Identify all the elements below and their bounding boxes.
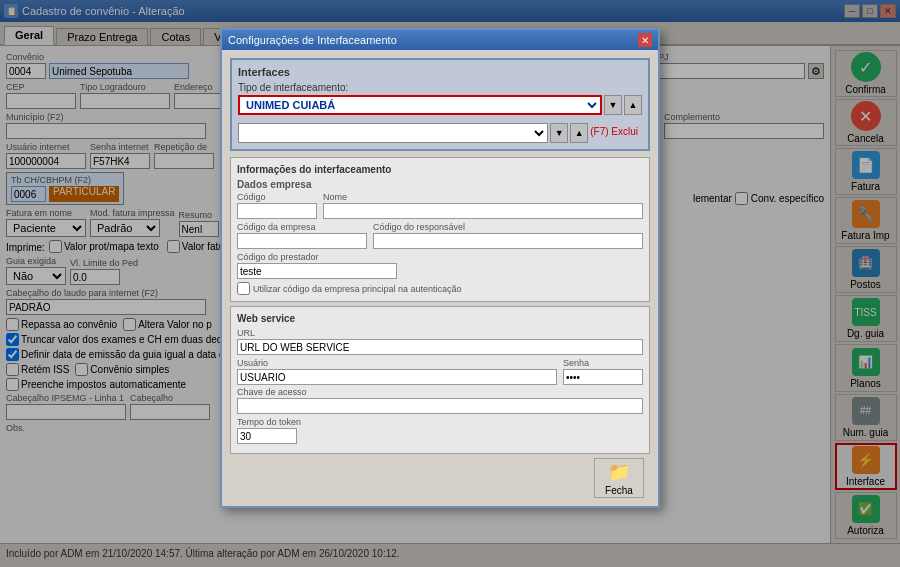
modal-content: Interfaces Tipo de interfaceamento: UNIM… bbox=[222, 50, 658, 506]
codigo-prestador-row: Código do prestador bbox=[237, 252, 643, 279]
senha-label: Senha bbox=[563, 358, 643, 368]
usuario-label: Usuário bbox=[237, 358, 557, 368]
chave-input[interactable] bbox=[237, 398, 643, 414]
codigo-prestador-label: Código do prestador bbox=[237, 252, 397, 262]
codigo-responsavel-input[interactable] bbox=[373, 233, 643, 249]
interfaces-title: Interfaces bbox=[238, 66, 642, 78]
senha-group: Senha bbox=[563, 358, 643, 385]
codigo-prestador-group: Código do prestador bbox=[237, 252, 397, 279]
codigo-empresa-input[interactable] bbox=[237, 233, 367, 249]
codigo-responsavel-label: Código do responsável bbox=[373, 222, 643, 232]
nome-input[interactable] bbox=[323, 203, 643, 219]
codigo-empresa-group: Código da empresa bbox=[237, 222, 367, 249]
utilizar-checkbox[interactable] bbox=[237, 282, 250, 295]
modal-dialog: Configurações de Interfaceamento ✕ Inter… bbox=[220, 28, 660, 508]
modal-close-button[interactable]: ✕ bbox=[638, 33, 652, 47]
tipo-select[interactable]: UNIMED CUIABÁ bbox=[238, 95, 602, 115]
fecha-label: Fecha bbox=[605, 485, 633, 496]
senha-input[interactable] bbox=[563, 369, 643, 385]
dropdown-btn[interactable]: ▼ bbox=[604, 95, 622, 115]
codigo-empresa-label: Código da empresa bbox=[237, 222, 367, 232]
ws-title: Web service bbox=[237, 313, 643, 324]
codigo-nome-row: Código Nome bbox=[237, 192, 643, 219]
usuario-input[interactable] bbox=[237, 369, 557, 385]
url-input[interactable] bbox=[237, 339, 643, 355]
codigo-label: Código bbox=[237, 192, 317, 202]
usuario-group: Usuário bbox=[237, 358, 557, 385]
excluir-link[interactable]: (F7) Exclui bbox=[590, 126, 642, 137]
fecha-button[interactable]: 📁 Fecha bbox=[594, 458, 644, 498]
webservice-section: Web service URL Usuário Senha Chave de a… bbox=[230, 306, 650, 454]
utilizar-label: Utilizar código da empresa principal na … bbox=[253, 284, 462, 294]
second-select[interactable] bbox=[238, 123, 548, 143]
utilizar-row: Utilizar código da empresa principal na … bbox=[237, 282, 643, 295]
tempo-label: Tempo do token bbox=[237, 417, 643, 427]
codigo-responsavel-group: Código do responsável bbox=[373, 222, 643, 249]
dropdown-btn2[interactable]: ▲ bbox=[624, 95, 642, 115]
url-label: URL bbox=[237, 328, 643, 338]
codigo-group: Código bbox=[237, 192, 317, 219]
usuario-senha-row: Usuário Senha bbox=[237, 358, 643, 385]
modal-titlebar: Configurações de Interfaceamento ✕ bbox=[222, 30, 658, 50]
fecha-row: 📁 Fecha bbox=[230, 458, 650, 498]
second-dropdown-btn2[interactable]: ▲ bbox=[570, 123, 588, 143]
codigo-input[interactable] bbox=[237, 203, 317, 219]
interfaces-section: Interfaces Tipo de interfaceamento: UNIM… bbox=[230, 58, 650, 151]
second-dropdown-btn[interactable]: ▼ bbox=[550, 123, 568, 143]
tipo-label: Tipo de interfaceamento: bbox=[238, 82, 642, 93]
tempo-input[interactable] bbox=[237, 428, 297, 444]
modal-title: Configurações de Interfaceamento bbox=[228, 34, 397, 46]
info-section: Informações do interfaceamento Dados emp… bbox=[230, 157, 650, 302]
nome-group: Nome bbox=[323, 192, 643, 219]
codigo-prestador-input[interactable] bbox=[237, 263, 397, 279]
url-group: URL bbox=[237, 328, 643, 355]
dados-empresa-label: Dados empresa bbox=[237, 179, 643, 190]
fecha-icon: 📁 bbox=[608, 461, 630, 483]
nome-label: Nome bbox=[323, 192, 643, 202]
info-title: Informações do interfaceamento bbox=[237, 164, 643, 175]
chave-group: Chave de acesso bbox=[237, 387, 643, 414]
chave-label: Chave de acesso bbox=[237, 387, 643, 397]
tipo-dropdown-row: UNIMED CUIABÁ ▼ ▲ bbox=[238, 95, 642, 115]
tempo-group: Tempo do token bbox=[237, 417, 643, 444]
codigo-empresa-row: Código da empresa Código do responsável bbox=[237, 222, 643, 249]
